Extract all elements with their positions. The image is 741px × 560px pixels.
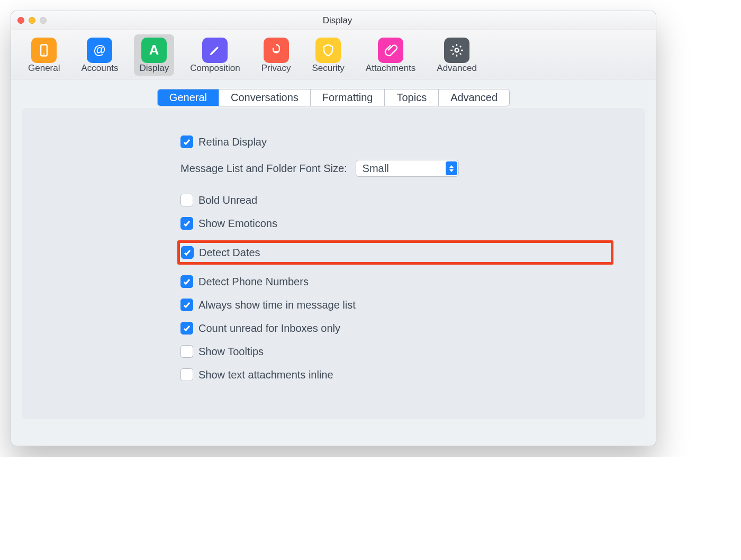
label-count: Count unread for Inboxes only [198,322,340,335]
checkbox-phone[interactable] [180,275,193,288]
A-icon: A [141,38,167,63]
toolbar-advanced[interactable]: Advanced [431,34,482,76]
svg-point-4 [455,49,459,52]
subtab-conversations[interactable]: Conversations [219,89,311,106]
font-size-value: Small [363,162,389,175]
subtab-formatting[interactable]: Formatting [311,89,385,106]
row-bold: Bold Unread [180,194,613,206]
phone-icon [31,38,57,63]
font-size-row: Message List and Folder Font Size:Small [180,160,613,177]
gear-icon [444,38,469,63]
checkbox-retina[interactable] [180,136,193,148]
clip-icon [378,38,403,63]
toolbar-attachments[interactable]: Attachments [360,34,421,76]
pencil-icon [202,38,228,63]
toolbar-label: Composition [190,63,240,74]
checkbox-tooltips[interactable] [180,345,193,358]
row-count: Count unread for Inboxes only [180,322,613,335]
label-emoti: Show Emoticons [198,218,277,230]
label-phone: Detect Phone Numbers [198,276,309,288]
row-emoti: Show Emoticons [180,217,613,230]
close-button[interactable] [17,17,24,24]
toolbar-display[interactable]: ADisplay [134,34,174,76]
row-phone: Detect Phone Numbers [180,275,613,288]
subtab-bar: GeneralConversationsFormattingTopicsAdva… [22,89,645,106]
subtab-topics[interactable]: Topics [385,89,439,106]
window-title: Display [25,15,649,26]
checkbox-dates[interactable] [181,246,194,259]
shield-icon [315,38,341,63]
select-stepper-icon [446,161,457,175]
label-dates: Detect Dates [199,247,260,259]
subtab-advanced[interactable]: Advanced [439,89,509,106]
checkbox-emoti[interactable] [180,217,193,230]
toolbar-security[interactable]: Security [306,34,349,76]
row-time: Always show time in message list [180,299,613,311]
subtab-general[interactable]: General [158,89,219,106]
lock-icon [264,38,289,63]
titlebar: Display [11,11,656,30]
checkbox-count[interactable] [180,322,193,335]
row-retina: Retina Display [180,136,613,148]
row-inline: Show text attachments inline [180,368,613,381]
label-retina: Retina Display [198,136,267,148]
checkbox-time[interactable] [180,299,193,311]
content-area: GeneralConversationsFormattingTopicsAdva… [11,79,656,446]
toolbar-label: Display [139,63,169,74]
checkbox-inline[interactable] [180,368,193,381]
toolbar-label: Advanced [437,63,477,74]
label-tooltips: Show Tooltips [198,346,264,358]
toolbar-privacy[interactable]: Privacy [256,34,296,76]
subtab-segmented: GeneralConversationsFormattingTopicsAdva… [157,89,510,106]
row-dates: Detect Dates [177,240,613,265]
checkbox-bold[interactable] [180,194,193,206]
toolbar-label: Accounts [81,63,118,74]
toolbar-label: Privacy [261,63,291,74]
label-time: Always show time in message list [198,299,356,311]
label-bold: Bold Unread [198,194,257,206]
row-tooltips: Show Tooltips [180,345,613,358]
label-inline: Show text attachments inline [198,369,333,381]
toolbar-general[interactable]: General [23,34,65,76]
toolbar-composition[interactable]: Composition [185,34,246,76]
settings-panel: Retina DisplayMessage List and Folder Fo… [22,108,645,419]
toolbar-label: Attachments [366,63,416,74]
svg-text:@: @ [94,43,106,57]
toolbar-label: General [28,63,60,74]
svg-text:A: A [149,43,159,57]
preferences-toolbar: General@AccountsADisplayCompositionPriva… [11,30,656,79]
font-size-label: Message List and Folder Font Size: [180,162,347,175]
preferences-window: Display General@AccountsADisplayComposit… [11,11,656,446]
font-size-select[interactable]: Small [356,160,459,177]
toolbar-label: Security [312,63,344,74]
toolbar-accounts[interactable]: @Accounts [76,34,123,76]
at-icon: @ [87,38,112,63]
svg-point-1 [43,53,44,55]
